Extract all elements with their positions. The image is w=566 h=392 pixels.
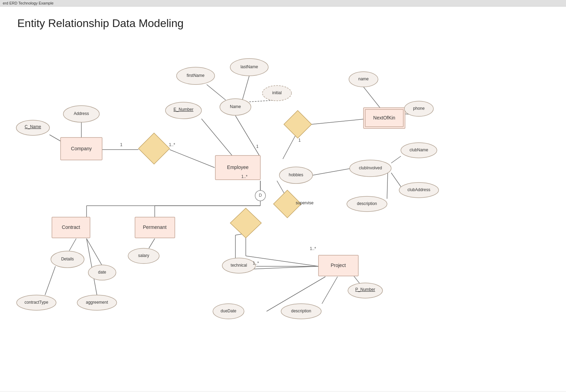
svg-text:clubName: clubName — [410, 148, 428, 152]
svg-text:1: 1 — [298, 138, 301, 143]
svg-text:Details: Details — [61, 257, 74, 261]
svg-text:Employee: Employee — [227, 164, 249, 170]
svg-line-33 — [387, 173, 388, 199]
svg-line-31 — [313, 169, 350, 175]
tab-bar: erd ERD Technology Example — [0, 0, 566, 7]
svg-text:clubInvolved: clubInvolved — [359, 166, 382, 170]
svg-text:name: name — [358, 77, 369, 81]
svg-text:firstName: firstName — [187, 73, 205, 78]
svg-line-11 — [363, 87, 381, 109]
main-canvas: Entity Relationship Data Modeling — [0, 7, 566, 391]
svg-marker-54 — [138, 133, 170, 164]
svg-text:1..*: 1..* — [310, 246, 316, 251]
svg-text:clubAddress: clubAddress — [407, 187, 430, 192]
svg-text:description: description — [357, 201, 377, 206]
svg-text:Address: Address — [74, 111, 89, 116]
svg-line-1 — [170, 150, 215, 168]
svg-line-23 — [45, 266, 55, 295]
svg-text:1: 1 — [256, 144, 259, 149]
svg-line-20 — [69, 239, 76, 251]
svg-text:initial: initial — [272, 90, 281, 95]
svg-text:D: D — [259, 193, 262, 198]
tab-label: erd ERD Technology Example — [3, 1, 54, 5]
svg-marker-55 — [284, 110, 312, 138]
svg-text:lastName: lastName — [241, 64, 258, 69]
svg-text:Contract: Contract — [62, 224, 80, 230]
svg-text:E_Number: E_Number — [173, 107, 193, 112]
svg-line-34 — [391, 173, 401, 187]
svg-marker-56 — [230, 208, 261, 238]
svg-text:Name: Name — [230, 104, 241, 109]
svg-text:hobbies: hobbies — [289, 172, 303, 177]
erd-diagram: Company Employee NextOfKin Contract Perm… — [0, 7, 566, 391]
svg-text:Permenant: Permenant — [143, 224, 167, 230]
svg-text:dueDate: dueDate — [221, 309, 236, 313]
svg-line-3 — [312, 119, 363, 124]
svg-text:1..*: 1..* — [253, 261, 259, 266]
svg-text:Company: Company — [71, 146, 92, 151]
svg-text:phone: phone — [413, 106, 425, 111]
svg-line-7 — [242, 76, 249, 100]
svg-line-37 — [322, 277, 338, 304]
svg-text:date: date — [98, 270, 106, 275]
svg-text:salary: salary — [138, 253, 149, 258]
svg-text:1..*: 1..* — [169, 142, 175, 147]
svg-line-4 — [235, 116, 260, 157]
svg-text:1..*: 1..* — [241, 174, 248, 179]
svg-text:aggreement: aggreement — [86, 300, 108, 305]
svg-line-24 — [149, 239, 155, 248]
svg-line-6 — [207, 84, 226, 100]
svg-text:1: 1 — [120, 142, 123, 147]
svg-text:P_Number: P_Number — [355, 287, 375, 292]
svg-text:description: description — [291, 309, 311, 313]
svg-text:technical: technical — [231, 263, 247, 268]
svg-text:C_Name: C_Name — [25, 124, 41, 129]
svg-text:contractType: contractType — [25, 300, 48, 305]
svg-text:Project: Project — [331, 262, 346, 268]
svg-line-32 — [391, 156, 401, 163]
svg-text:supervise: supervise — [296, 201, 314, 205]
svg-text:NextOfKin: NextOfKin — [373, 115, 395, 121]
